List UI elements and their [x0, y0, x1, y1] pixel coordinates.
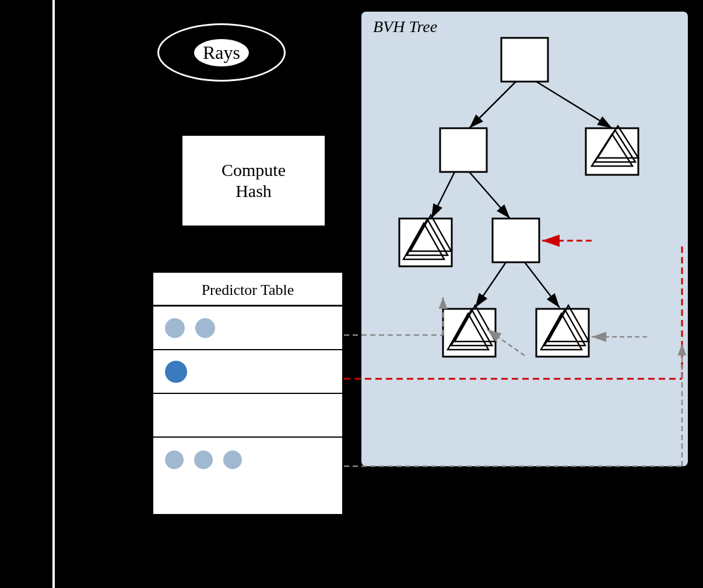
predictor-row-4 [153, 438, 342, 481]
bvh-panel [361, 12, 688, 466]
rays-label: Rays [194, 39, 249, 66]
dot-4-2 [194, 450, 213, 469]
bvh-tree-title: BVH Tree [373, 17, 437, 36]
predictor-row-3 [153, 394, 342, 438]
compute-hash-label: ComputeHash [222, 160, 286, 202]
dot-4-1 [165, 450, 184, 469]
predictor-table-header: Predictor Table [153, 273, 342, 307]
compute-hash-box: ComputeHash [181, 134, 326, 227]
left-border-line [52, 0, 55, 588]
dot-1-2 [195, 318, 215, 338]
dot-4-3 [223, 450, 242, 469]
predictor-table-box: Predictor Table [152, 271, 344, 516]
predictor-row-2 [153, 350, 342, 394]
rays-ellipse: Rays [157, 23, 286, 82]
dot-1-1 [165, 318, 185, 338]
predictor-row-1 [153, 307, 342, 350]
dot-2-1 [165, 361, 187, 383]
